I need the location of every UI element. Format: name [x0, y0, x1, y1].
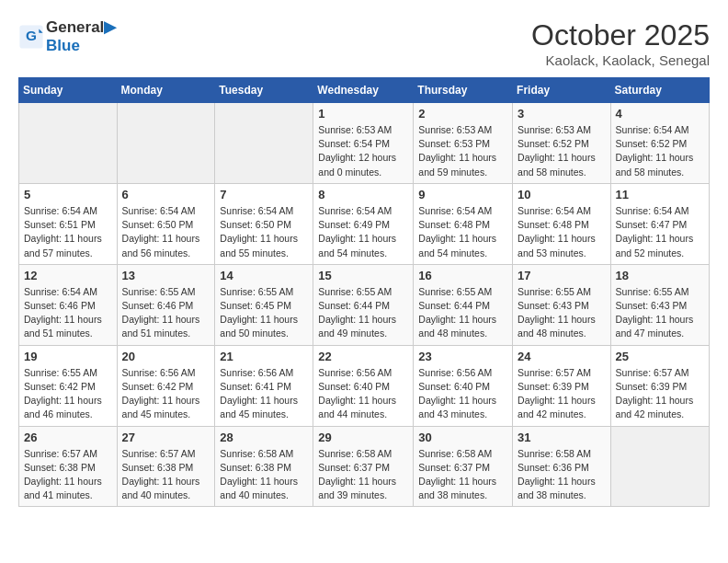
day-number: 8	[318, 188, 408, 201]
calendar-cell: 22Sunrise: 6:56 AM Sunset: 6:40 PM Dayli…	[313, 345, 414, 426]
calendar-cell: 16Sunrise: 6:55 AM Sunset: 6:44 PM Dayli…	[414, 264, 513, 345]
location: Kaolack, Kaolack, Senegal	[531, 52, 710, 68]
day-info: Sunrise: 6:53 AM Sunset: 6:54 PM Dayligh…	[318, 123, 408, 179]
day-info: Sunrise: 6:57 AM Sunset: 6:38 PM Dayligh…	[24, 447, 112, 503]
day-number: 25	[616, 350, 704, 363]
calendar-week: 26Sunrise: 6:57 AM Sunset: 6:38 PM Dayli…	[19, 426, 710, 507]
page-header: G General▶ Blue October 2025 Kaolack, Ka…	[18, 18, 710, 68]
day-number: 14	[220, 269, 308, 282]
weekday-header: Wednesday	[313, 78, 414, 103]
calendar-week: 1Sunrise: 6:53 AM Sunset: 6:54 PM Daylig…	[19, 103, 710, 184]
day-info: Sunrise: 6:58 AM Sunset: 6:37 PM Dayligh…	[318, 447, 408, 503]
day-number: 6	[122, 188, 210, 201]
day-info: Sunrise: 6:57 AM Sunset: 6:39 PM Dayligh…	[518, 366, 606, 422]
day-info: Sunrise: 6:55 AM Sunset: 6:42 PM Dayligh…	[24, 366, 112, 422]
weekday-header: Friday	[513, 78, 611, 103]
calendar-week: 19Sunrise: 6:55 AM Sunset: 6:42 PM Dayli…	[19, 345, 710, 426]
day-info: Sunrise: 6:56 AM Sunset: 6:41 PM Dayligh…	[220, 366, 308, 422]
calendar-cell: 10Sunrise: 6:54 AM Sunset: 6:48 PM Dayli…	[513, 183, 611, 264]
calendar-cell: 11Sunrise: 6:54 AM Sunset: 6:47 PM Dayli…	[610, 183, 709, 264]
weekday-header: Monday	[117, 78, 215, 103]
calendar-week: 12Sunrise: 6:54 AM Sunset: 6:46 PM Dayli…	[19, 264, 710, 345]
calendar-cell: 12Sunrise: 6:54 AM Sunset: 6:46 PM Dayli…	[19, 264, 118, 345]
logo-icon: G	[18, 24, 44, 50]
day-info: Sunrise: 6:54 AM Sunset: 6:50 PM Dayligh…	[220, 204, 308, 260]
weekday-header: Thursday	[414, 78, 513, 103]
month-title: October 2025	[531, 18, 710, 52]
day-number: 1	[318, 107, 408, 121]
weekday-header: Saturday	[610, 78, 709, 103]
day-info: Sunrise: 6:57 AM Sunset: 6:38 PM Dayligh…	[122, 447, 210, 503]
day-number: 12	[24, 269, 112, 282]
day-number: 5	[24, 188, 112, 201]
day-number: 20	[122, 350, 210, 363]
weekday-header: Sunday	[19, 78, 118, 103]
day-info: Sunrise: 6:53 AM Sunset: 6:52 PM Dayligh…	[518, 123, 606, 179]
day-number: 19	[24, 350, 112, 363]
calendar-cell: 3Sunrise: 6:53 AM Sunset: 6:52 PM Daylig…	[513, 103, 611, 184]
day-info: Sunrise: 6:54 AM Sunset: 6:52 PM Dayligh…	[616, 123, 704, 179]
day-info: Sunrise: 6:54 AM Sunset: 6:50 PM Dayligh…	[122, 204, 210, 260]
day-number: 18	[616, 269, 704, 282]
day-number: 31	[518, 431, 606, 444]
svg-text:G: G	[26, 29, 37, 44]
calendar-cell: 24Sunrise: 6:57 AM Sunset: 6:39 PM Dayli…	[513, 345, 611, 426]
day-number: 30	[418, 431, 507, 444]
day-number: 10	[518, 188, 606, 201]
calendar-cell: 6Sunrise: 6:54 AM Sunset: 6:50 PM Daylig…	[117, 183, 215, 264]
day-number: 7	[220, 188, 308, 201]
day-number: 29	[318, 431, 408, 444]
day-info: Sunrise: 6:56 AM Sunset: 6:42 PM Dayligh…	[122, 366, 210, 422]
calendar-cell: 14Sunrise: 6:55 AM Sunset: 6:45 PM Dayli…	[215, 264, 313, 345]
day-info: Sunrise: 6:55 AM Sunset: 6:45 PM Dayligh…	[220, 285, 308, 341]
day-number: 26	[24, 431, 112, 444]
day-number: 17	[518, 269, 606, 282]
calendar-cell: 29Sunrise: 6:58 AM Sunset: 6:37 PM Dayli…	[313, 426, 414, 507]
day-number: 27	[122, 431, 210, 444]
title-block: October 2025 Kaolack, Kaolack, Senegal	[531, 18, 710, 68]
day-info: Sunrise: 6:58 AM Sunset: 6:38 PM Dayligh…	[220, 447, 308, 503]
calendar-cell: 27Sunrise: 6:57 AM Sunset: 6:38 PM Dayli…	[117, 426, 215, 507]
day-number: 9	[418, 188, 507, 201]
calendar-cell	[610, 426, 709, 507]
day-number: 15	[318, 269, 408, 282]
calendar-cell: 17Sunrise: 6:55 AM Sunset: 6:43 PM Dayli…	[513, 264, 611, 345]
day-info: Sunrise: 6:58 AM Sunset: 6:36 PM Dayligh…	[518, 447, 606, 503]
day-info: Sunrise: 6:54 AM Sunset: 6:47 PM Dayligh…	[616, 204, 704, 260]
day-info: Sunrise: 6:58 AM Sunset: 6:37 PM Dayligh…	[418, 447, 507, 503]
calendar-cell	[117, 103, 215, 184]
day-info: Sunrise: 6:55 AM Sunset: 6:46 PM Dayligh…	[122, 285, 210, 341]
day-info: Sunrise: 6:54 AM Sunset: 6:51 PM Dayligh…	[24, 204, 112, 260]
day-number: 4	[616, 107, 704, 121]
calendar-cell: 9Sunrise: 6:54 AM Sunset: 6:48 PM Daylig…	[414, 183, 513, 264]
day-info: Sunrise: 6:55 AM Sunset: 6:43 PM Dayligh…	[616, 285, 704, 341]
calendar-cell	[215, 103, 313, 184]
day-number: 13	[122, 269, 210, 282]
day-number: 28	[220, 431, 308, 444]
calendar-table: SundayMondayTuesdayWednesdayThursdayFrid…	[18, 77, 710, 507]
calendar-cell	[19, 103, 118, 184]
calendar-week: 5Sunrise: 6:54 AM Sunset: 6:51 PM Daylig…	[19, 183, 710, 264]
calendar-cell: 7Sunrise: 6:54 AM Sunset: 6:50 PM Daylig…	[215, 183, 313, 264]
weekday-header: Tuesday	[215, 78, 313, 103]
calendar-cell: 13Sunrise: 6:55 AM Sunset: 6:46 PM Dayli…	[117, 264, 215, 345]
calendar-cell: 1Sunrise: 6:53 AM Sunset: 6:54 PM Daylig…	[313, 103, 414, 184]
calendar-header: SundayMondayTuesdayWednesdayThursdayFrid…	[19, 78, 710, 103]
day-number: 11	[616, 188, 704, 201]
day-info: Sunrise: 6:57 AM Sunset: 6:39 PM Dayligh…	[616, 366, 704, 422]
day-number: 23	[418, 350, 507, 363]
day-info: Sunrise: 6:54 AM Sunset: 6:48 PM Dayligh…	[518, 204, 606, 260]
calendar-cell: 30Sunrise: 6:58 AM Sunset: 6:37 PM Dayli…	[414, 426, 513, 507]
calendar-cell: 5Sunrise: 6:54 AM Sunset: 6:51 PM Daylig…	[19, 183, 118, 264]
day-info: Sunrise: 6:55 AM Sunset: 6:44 PM Dayligh…	[418, 285, 507, 341]
calendar-cell: 8Sunrise: 6:54 AM Sunset: 6:49 PM Daylig…	[313, 183, 414, 264]
calendar-cell: 4Sunrise: 6:54 AM Sunset: 6:52 PM Daylig…	[610, 103, 709, 184]
calendar-cell: 19Sunrise: 6:55 AM Sunset: 6:42 PM Dayli…	[19, 345, 118, 426]
logo: G General▶ Blue	[18, 18, 116, 56]
calendar-cell: 15Sunrise: 6:55 AM Sunset: 6:44 PM Dayli…	[313, 264, 414, 345]
calendar-cell: 25Sunrise: 6:57 AM Sunset: 6:39 PM Dayli…	[610, 345, 709, 426]
day-number: 24	[518, 350, 606, 363]
day-info: Sunrise: 6:53 AM Sunset: 6:53 PM Dayligh…	[418, 123, 507, 179]
day-info: Sunrise: 6:55 AM Sunset: 6:43 PM Dayligh…	[518, 285, 606, 341]
day-number: 3	[518, 107, 606, 121]
